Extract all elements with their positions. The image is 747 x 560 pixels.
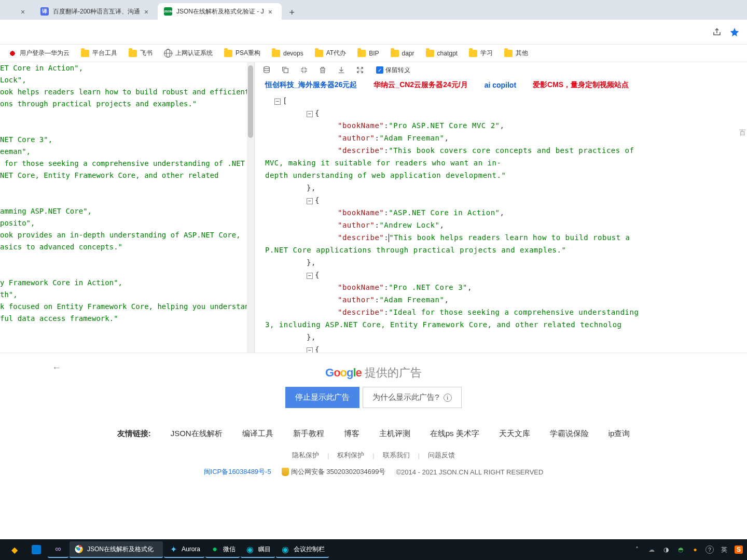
flink[interactable]: 天天文库 [499, 429, 530, 439]
tab-title: 百度翻译-200种语言互译、沟通 [53, 7, 140, 16]
folder-icon [315, 50, 323, 57]
side-tab-icon[interactable]: 百 [739, 127, 746, 139]
bookmark-study[interactable]: 学习 [466, 47, 496, 60]
footer-utility-links: 隐私保护| 权利保护| 联系我们| 问题反馈 [0, 447, 747, 464]
why-ad-button[interactable]: 为什么显示此广告?i [363, 387, 461, 408]
task-copilot[interactable]: ◆ [4, 541, 25, 558]
footer-link[interactable]: 联系我们 [383, 451, 410, 460]
bookmark-label: devops [283, 50, 303, 57]
bookmark-feishu[interactable]: 飞书 [126, 47, 156, 60]
json-output-pane: ✓ 保留转义 恒创科技_海外服务器26元起 华纳云_CN2云服务器24元/月 a… [254, 62, 747, 353]
tab-title: JSON在线解析及格式化验证 - J [176, 7, 264, 16]
huawei-icon [8, 49, 17, 58]
task-zhumu[interactable]: ◉瞩目 [241, 541, 275, 558]
friendly-links-label: 友情链接: [117, 429, 151, 439]
tab-baidu-translate[interactable]: 译 百度翻译-200种语言互译、沟通 × [34, 3, 158, 20]
close-icon[interactable]: × [144, 8, 151, 15]
task-label: 会议控制栏 [294, 545, 325, 554]
flink[interactable]: 编译工具 [242, 429, 273, 439]
tray-app-icon[interactable]: ● [691, 545, 699, 554]
copyright-text: ©2014 - 2021 JSON.CN ALL RIGHT RESERVED [396, 468, 544, 476]
tray-chevron-up-icon[interactable]: ˄ [633, 545, 641, 554]
bookmark-label: 学习 [480, 49, 493, 58]
collapse-icon[interactable]: − [307, 273, 313, 279]
bookmark-platform-tools[interactable]: 平台工具 [78, 47, 120, 60]
collapse-icon[interactable]: − [274, 99, 281, 105]
bookmark-bip[interactable]: BIP [354, 48, 382, 59]
download-icon[interactable] [337, 65, 346, 75]
flink[interactable]: 在线ps 美术字 [430, 429, 479, 439]
scrollbar-thumb[interactable] [248, 65, 253, 138]
bookmark-other[interactable]: 其他 [501, 47, 531, 60]
back-arrow-icon[interactable]: ← [52, 362, 61, 373]
browser-tab-bar: × 译 百度翻译-200种语言互译、沟通 × JSON JSON在线解析及格式化… [0, 0, 747, 20]
bookmark-label: 用户登录—华为云 [20, 49, 70, 58]
json-input-pane[interactable]: ET Core in Action", Lock", ook helps rea… [0, 62, 254, 353]
beian-link[interactable]: 闽公网安备 35020302034699号 [282, 467, 386, 477]
flink[interactable]: 主机评测 [379, 429, 410, 439]
tray-ime[interactable]: 英 [720, 545, 728, 554]
task-wechat[interactable]: ●微信 [205, 541, 240, 558]
footer-link[interactable]: 问题反馈 [428, 451, 455, 460]
task-aurora[interactable]: ✦Aurora [164, 541, 204, 558]
compress-icon[interactable] [299, 65, 309, 75]
bookmark-huawei[interactable]: 用户登录—华为云 [5, 47, 73, 60]
flink[interactable]: 博客 [344, 429, 359, 439]
task-visual-studio[interactable]: ∞ [48, 541, 68, 558]
tray-onedrive-icon[interactable]: ☁ [647, 545, 656, 554]
tray-help-icon[interactable]: ? [706, 545, 714, 554]
bookmark-label: 其他 [516, 49, 528, 58]
json-tree-view[interactable]: 百 −[ −{ "bookName":"Pro ASP.NET Core MVC… [255, 92, 747, 353]
promo-link-1[interactable]: 恒创科技_海外服务器26元起 [265, 80, 357, 90]
bookmark-dapr[interactable]: dapr [388, 48, 418, 59]
footer-link[interactable]: 权利保护 [337, 451, 364, 460]
close-icon[interactable]: × [268, 8, 275, 15]
promo-link-3[interactable]: ai copilot [485, 81, 516, 89]
svg-point-0 [264, 66, 270, 68]
bookmark-auth[interactable]: 上网认证系统 [161, 47, 216, 60]
copy-icon[interactable] [281, 65, 290, 75]
tab-json-cn[interactable]: JSON JSON在线解析及格式化验证 - J × [158, 3, 282, 20]
bookmark-label: 平台工具 [92, 49, 117, 58]
flink[interactable]: 学霸说保险 [550, 429, 589, 439]
expand-icon[interactable] [355, 65, 365, 75]
ad-provider-label: Google 提供的广告 [325, 365, 422, 381]
collapse-icon[interactable]: − [307, 111, 313, 117]
collapse-icon[interactable]: − [307, 198, 313, 204]
share-icon[interactable] [712, 27, 722, 37]
collapse-icon[interactable]: − [307, 347, 313, 353]
windows-taskbar: ◆ ∞ JSON在线解析及格式化 ✦Aurora ●微信 ◉瞩目 ◉会议控制栏 … [0, 539, 747, 560]
tray-chrome-icon[interactable]: ◑ [662, 545, 670, 554]
task-meeting[interactable]: ◉会议控制栏 [276, 541, 329, 558]
bookmark-psa[interactable]: PSA重构 [221, 47, 264, 60]
tab-blank[interactable]: × [4, 3, 34, 20]
new-tab-button[interactable]: + [285, 5, 299, 20]
flink[interactable]: ip查询 [608, 429, 630, 439]
bookmark-label: PSA重构 [236, 49, 260, 58]
output-toolbar: ✓ 保留转义 [255, 62, 747, 78]
json-input-text[interactable]: ET Core in Action", Lock", ook helps rea… [0, 62, 250, 325]
tray-security-icon[interactable]: ◓ [676, 545, 685, 554]
bookmark-chatgpt[interactable]: chatgpt [423, 48, 461, 59]
flink[interactable]: 新手教程 [293, 429, 324, 439]
bookmark-at[interactable]: AT代办 [312, 47, 349, 60]
footer-link[interactable]: 隐私保护 [292, 451, 319, 460]
task-chrome[interactable]: JSON在线解析及格式化 [70, 541, 163, 558]
tray-sogou-icon[interactable]: S [735, 545, 743, 554]
icp-link[interactable]: 闽ICP备16038489号-5 [204, 467, 271, 477]
task-widgets[interactable] [26, 541, 47, 558]
delete-icon[interactable] [318, 65, 327, 75]
preserve-escape-checkbox[interactable]: ✓ 保留转义 [376, 66, 410, 75]
flink[interactable]: JSON在线解析 [171, 429, 223, 439]
bookmark-star-icon[interactable] [729, 27, 740, 37]
scrollbar[interactable] [247, 62, 254, 353]
bookmark-devops[interactable]: devops [269, 48, 307, 59]
stop-ads-button[interactable]: 停止显示此广告 [285, 387, 359, 408]
address-bar [0, 20, 747, 45]
bookmark-label: BIP [369, 50, 379, 57]
database-icon[interactable] [262, 65, 271, 75]
promo-link-2[interactable]: 华纳云_CN2云服务器24元/月 [374, 80, 467, 90]
promo-link-4[interactable]: 爱影CMS，量身定制视频站点 [533, 80, 629, 90]
close-icon[interactable]: × [21, 8, 28, 15]
folder-icon [504, 50, 513, 57]
